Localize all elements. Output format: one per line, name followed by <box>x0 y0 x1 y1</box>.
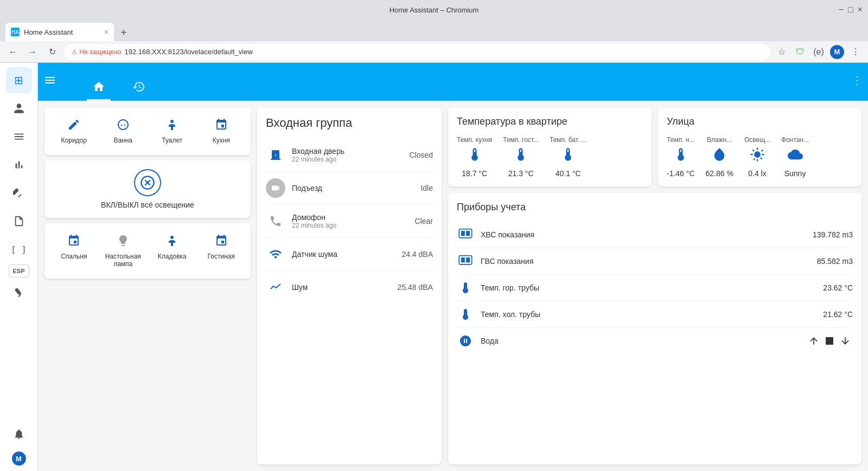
minimize-button[interactable]: − <box>839 5 844 15</box>
sidebar-user-avatar[interactable]: M <box>12 451 26 466</box>
sensor-gost-temp: Темп. гост... 21.3 °C <box>503 136 539 178</box>
bookmark-icon[interactable]: ☆ <box>775 45 789 59</box>
all-lights-card: ВКЛ/ВЫКЛ всё освещение <box>44 160 251 218</box>
gostinaya-icon <box>215 234 228 250</box>
street-temp-label: Темп. н... <box>667 136 694 144</box>
main-content: ⋮ Коридор В <box>38 63 868 471</box>
sidebar-item-wrench[interactable] <box>6 280 32 306</box>
sidebar-item-notes[interactable] <box>6 208 32 234</box>
url-field[interactable]: ⚠ Не защищено 192.168.XXX:8123/lovelace/… <box>64 44 770 60</box>
gvs-value: 85.582 m3 <box>817 257 853 266</box>
room-item-nastolnaya[interactable]: Настольнаялампа <box>100 230 146 272</box>
sidebar-item-bracket[interactable]: [ ] <box>6 236 32 262</box>
room-item-tualyet[interactable]: Туалет <box>149 114 195 149</box>
spalnya-label: Спальня <box>61 253 87 260</box>
sensor-street-temp: Темп. н... -1.46 °C <box>667 136 695 178</box>
thermo-kuhnya-icon <box>467 147 482 166</box>
thermo-bat-icon <box>560 147 576 166</box>
room-item-vanna[interactable]: Ванна <box>100 114 146 149</box>
kuhnya-icon <box>215 118 228 134</box>
sidebar-item-tools[interactable] <box>6 180 32 206</box>
app-container: ⊞ [ ] ESP M <box>0 63 868 471</box>
browser-toolbar: ☆ 🛡 (e) M ⋮ <box>775 45 863 59</box>
apartment-temp-card: Температура в квартире Темп. кухня 18.7 … <box>448 107 652 186</box>
weather-value: Sunny <box>784 169 806 178</box>
entrance-card: Входная группа Входная дверь 22 minutes … <box>257 107 442 464</box>
sensor-light: Освещ... 0.4 lx <box>744 136 770 178</box>
refresh-button[interactable]: ↻ <box>44 44 60 60</box>
url-text: 192.168.XXX:8123/lovelace/default_view <box>124 48 252 56</box>
all-lights-toggle[interactable] <box>134 169 161 196</box>
street-temp-value: -1.46 °C <box>667 169 695 178</box>
room-item-koridor[interactable]: Коридор <box>51 114 97 149</box>
tab-history[interactable] <box>127 74 151 101</box>
water-down-button[interactable] <box>838 333 853 349</box>
podezd-name: Подъезд <box>292 184 414 192</box>
cold-pipe-name: Темп. хол. трубы <box>481 310 816 319</box>
sidebar-item-grid[interactable]: ⊞ <box>6 67 32 93</box>
gostinaya-label: Гостиная <box>208 253 235 260</box>
room-item-kladovka[interactable]: Кладовка <box>149 230 195 272</box>
address-bar: ← → ↻ ⚠ Не защищено 192.168.XXX:8123/lov… <box>0 41 868 63</box>
hamburger-menu-icon[interactable] <box>43 74 56 90</box>
extension-icon[interactable]: (e) <box>812 45 826 59</box>
sidebar-item-bell[interactable] <box>6 421 32 447</box>
podezd-info: Подъезд <box>292 184 414 192</box>
maximize-button[interactable]: □ <box>848 5 853 15</box>
drop-icon <box>712 147 727 166</box>
sidebar-item-esp[interactable]: ESP <box>9 264 29 278</box>
meter-item-cold-pipe: Темп. хол. трубы 21.62 °C <box>457 301 853 328</box>
forward-button[interactable]: → <box>25 44 40 60</box>
bottom-rooms-card: Спальня Настольнаялампа Кладовка <box>44 223 251 279</box>
door-time: 22 minutes ago <box>292 156 403 163</box>
svg-point-0 <box>170 120 174 123</box>
cold-pipe-value: 21.62 °C <box>823 310 853 319</box>
room-item-kuhnya[interactable]: Кухня <box>199 114 245 149</box>
meter-item-gvs: ГВС показания 85.582 m3 <box>457 248 853 275</box>
noise-status: 25.48 dBA <box>398 283 433 292</box>
door-status: Closed <box>409 151 433 159</box>
hot-pipe-value: 23.62 °C <box>823 283 853 292</box>
water-icon <box>457 332 474 350</box>
tab-close-button[interactable]: × <box>104 28 108 36</box>
shield-icon[interactable]: 🛡 <box>793 45 807 59</box>
meter-item-hot-pipe: Темп. гор. трубы 23.62 °C <box>457 275 853 301</box>
tab-label: Home Assistant <box>24 28 73 36</box>
header-bar: ⋮ <box>38 63 868 101</box>
water-up-button[interactable] <box>806 333 821 349</box>
right-top: Температура в квартире Темп. кухня 18.7 … <box>448 107 861 186</box>
sensor-kuhnya-value: 18.7 °C <box>462 169 487 178</box>
water-name: Вода <box>481 337 800 345</box>
domofon-status: Clear <box>415 217 433 225</box>
sidebar-item-list[interactable] <box>6 124 32 150</box>
street-sensors: Темп. н... -1.46 °C Влажн... <box>667 136 853 178</box>
middle-column: Входная группа Входная дверь 22 minutes … <box>257 107 442 464</box>
profile-avatar[interactable]: M <box>830 45 844 59</box>
humidity-label: Влажн... <box>707 136 732 144</box>
water-stop-button[interactable] <box>826 337 833 345</box>
domofon-time: 22 minutes ago <box>292 222 409 229</box>
sensor-gost-label: Темп. гост... <box>503 136 539 144</box>
cold-pipe-icon <box>457 306 474 323</box>
sidebar-item-person[interactable] <box>6 95 32 121</box>
cloud-icon <box>788 147 803 166</box>
thermo-street-icon <box>673 147 688 166</box>
svg-rect-9 <box>461 257 465 262</box>
entrance-item-door: Входная дверь 22 minutes ago Closed <box>266 139 433 172</box>
sidebar-bottom: M <box>6 421 32 471</box>
new-tab-button[interactable]: + <box>116 25 131 40</box>
close-button[interactable]: × <box>858 5 863 15</box>
active-tab[interactable]: HA Home Assistant × <box>5 23 114 41</box>
header-dots-icon[interactable]: ⋮ <box>852 74 863 87</box>
tab-home[interactable] <box>87 74 111 101</box>
koridor-label: Коридор <box>61 137 87 144</box>
room-item-spalnya[interactable]: Спальня <box>51 230 97 272</box>
browser-tabs-bar: HA Home Assistant × + <box>0 20 868 41</box>
back-button[interactable]: ← <box>5 44 21 60</box>
meters-card: Приборы учета ХВС показания 139.782 m3 <box>448 193 861 464</box>
menu-dots-icon[interactable]: ⋮ <box>848 45 863 59</box>
right-section: Температура в квартире Темп. кухня 18.7 … <box>448 107 861 464</box>
sidebar-item-chart[interactable] <box>6 152 32 178</box>
svg-rect-7 <box>466 231 470 236</box>
room-item-gostinaya[interactable]: Гостиная <box>199 230 245 272</box>
